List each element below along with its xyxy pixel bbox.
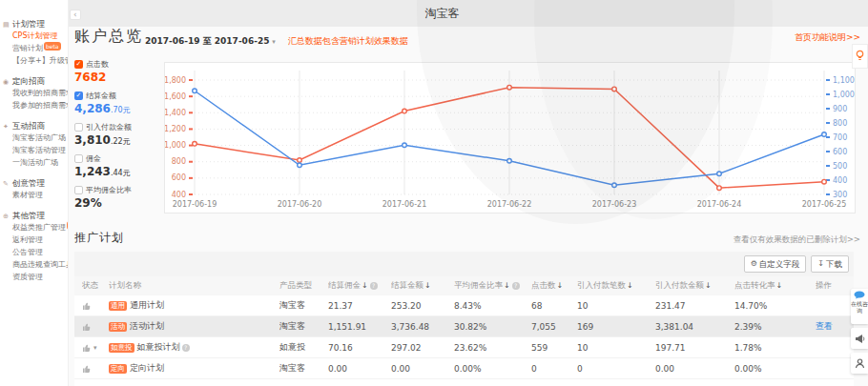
column-header[interactable]: 结算金额↓ [391, 280, 454, 292]
metric-item: 平均佣金比率29% [74, 185, 141, 210]
value-cell: 1.78% [734, 343, 816, 353]
metric-label: 平均佣金比率 [86, 185, 132, 195]
table-row[interactable]: 通用通用计划淘宝客21.37253.208.43%6810231.4714.70… [74, 295, 854, 316]
page-title: 账户总览 [74, 27, 143, 47]
value-cell: 2.39% [734, 322, 816, 332]
homepage-help-link[interactable]: 首页功能说明>> [795, 31, 860, 44]
metric-item: ✓点击数7682 [74, 59, 141, 84]
sidebar-collapse-button[interactable]: ‹ [70, 10, 81, 20]
value-cell: 0.00 [328, 364, 391, 374]
metric-checkbox[interactable] [74, 186, 83, 194]
view-link[interactable]: 查看 [816, 321, 833, 331]
sidebar-item[interactable]: 商品违规查询工具 [0, 258, 68, 271]
online-chat-widget[interactable]: 在线咨询 [851, 289, 868, 324]
announcement-widget[interactable] [851, 328, 868, 349]
metric-value: 4,286.70元 [74, 102, 141, 115]
column-header[interactable]: 点击转化率↓ [734, 280, 816, 292]
sidebar-item[interactable]: 权益类推广管理new [0, 221, 68, 234]
svg-text:800: 800 [833, 119, 847, 128]
sort-icon[interactable]: ↓ [557, 281, 564, 290]
chevron-down-icon[interactable]: ▾ [93, 344, 97, 352]
sidebar-item-label: 素材管理 [12, 191, 43, 199]
metric-checkbox[interactable]: ✓ [74, 60, 83, 69]
deleted-plans-link[interactable]: 查看仅有效果数据的已删除计划>> [734, 234, 860, 246]
sidebar-section-label: 计划管理 [12, 19, 45, 29]
sidebar-item[interactable]: 公告管理 [0, 246, 68, 258]
svg-text:600: 600 [172, 173, 186, 182]
value-cell: 197.71 [655, 343, 734, 353]
pin-icon: ◉ [3, 76, 9, 88]
sidebar-item-label: 淘宝客活动广场 [12, 133, 66, 142]
sidebar-item[interactable]: 素材管理 [0, 189, 68, 201]
svg-text:1,800: 1,800 [165, 76, 186, 85]
sort-icon[interactable]: ↓ [504, 281, 510, 290]
sidebar-item[interactable]: 我参加的招商需求 [0, 99, 68, 112]
sidebar-item[interactable]: 一淘活动广场 [0, 156, 68, 169]
sidebar-item[interactable]: 淘宝客活动管理 [0, 144, 68, 156]
svg-text:1,400: 1,400 [165, 109, 186, 117]
customize-fields-button[interactable]: ⚙ 自定义字段 [744, 255, 807, 273]
info-icon[interactable]: ? [512, 282, 520, 290]
column-header[interactable]: 引入付款金额↓ [655, 280, 734, 292]
sidebar-item[interactable]: 资质管理 [0, 271, 68, 283]
info-icon[interactable]: ? [370, 282, 378, 290]
status-cell[interactable]: ▾ [82, 343, 109, 353]
value-cell: 0 [577, 364, 655, 374]
sidebar-item[interactable]: 营销计划beta [0, 42, 68, 54]
svg-text:300: 300 [833, 191, 847, 199]
metric-value-main: 4,286 [74, 102, 111, 115]
thumb-up-icon [82, 343, 92, 353]
svg-text:800: 800 [172, 157, 186, 166]
value-cell: 21.37 [328, 301, 391, 311]
column-header[interactable]: 平均佣金比率↓? [454, 280, 531, 292]
value-cell: 3,381.04 [655, 322, 734, 332]
status-cell[interactable] [82, 301, 109, 311]
metric-label: 引入付款金额 [86, 122, 132, 132]
table-row[interactable]: 活动活动计划淘宝客1,151.913,736.4830.82%7,0551693… [74, 316, 854, 337]
sort-icon[interactable]: ↓ [705, 281, 712, 290]
table-row[interactable]: 定向定向计划淘宝客0.000.000.00%000.000.00% [74, 358, 854, 379]
megaphone-icon [855, 334, 865, 344]
column-header[interactable]: 操作 [816, 280, 854, 292]
summary-note: 汇总数据包含营销计划效果数据 [288, 36, 408, 46]
status-cell[interactable] [82, 322, 109, 332]
value-cell: 8.43% [454, 301, 531, 311]
product-type-cell: 淘宝客 [279, 299, 328, 312]
column-header[interactable]: 点击数↓ [531, 280, 577, 292]
sidebar-item[interactable]: CPS计划管理 [0, 30, 68, 42]
sidebar-item[interactable]: 淘宝客活动广场 [0, 132, 68, 144]
value-cell: 559 [531, 343, 577, 353]
metric-checkbox[interactable]: ✓ [74, 91, 83, 100]
column-header[interactable]: 产品类型 [279, 280, 328, 292]
column-header[interactable]: 引入付款笔数↓ [577, 280, 655, 292]
account-widget[interactable] [851, 353, 868, 374]
sidebar-item-label: 我参加的招商需求 [12, 101, 69, 110]
svg-text:400: 400 [833, 176, 847, 185]
info-icon[interactable]: ? [182, 344, 190, 352]
plan-type-badge: 如意投 [109, 343, 134, 353]
sidebar-item[interactable]: 【分享+】升级管理 [0, 54, 68, 67]
sidebar-section-header: ✎创意管理 [0, 177, 68, 189]
metric-checkbox[interactable] [74, 123, 83, 132]
download-icon: ↧ [817, 256, 824, 272]
sidebar-item[interactable]: 返利管理 [0, 234, 68, 246]
tips-button[interactable] [852, 44, 868, 69]
table-row[interactable]: ▾如意投如意投计划?如意投70.16297.0223.62%55910197.7… [74, 337, 854, 358]
status-cell[interactable] [82, 364, 109, 374]
plan-name-cell: 活动活动计划 [109, 320, 279, 333]
sort-icon[interactable]: ↓ [627, 281, 633, 290]
sort-icon[interactable]: ↓ [776, 281, 783, 290]
date-range-picker[interactable]: 2017-06-19 至 2017-06-25 [145, 36, 269, 46]
download-button[interactable]: ↧ 下载 [811, 255, 849, 273]
plan-icon: ▤ [3, 19, 10, 30]
sort-icon[interactable]: ↓ [424, 281, 431, 290]
column-header[interactable]: 计划名称 [109, 280, 279, 292]
metric-checkbox[interactable] [74, 154, 83, 163]
column-header[interactable]: 结算佣金↓? [328, 280, 391, 292]
svg-text:2017-06-21: 2017-06-21 [382, 200, 427, 209]
sidebar-item[interactable]: 我收到的招商需求 [0, 87, 68, 99]
sort-icon[interactable]: ↓ [362, 281, 368, 290]
sidebar-item-label: 营销计划 [12, 44, 43, 52]
column-header[interactable]: 状态 [82, 280, 109, 292]
topbar: 淘宝客 [69, 0, 868, 27]
